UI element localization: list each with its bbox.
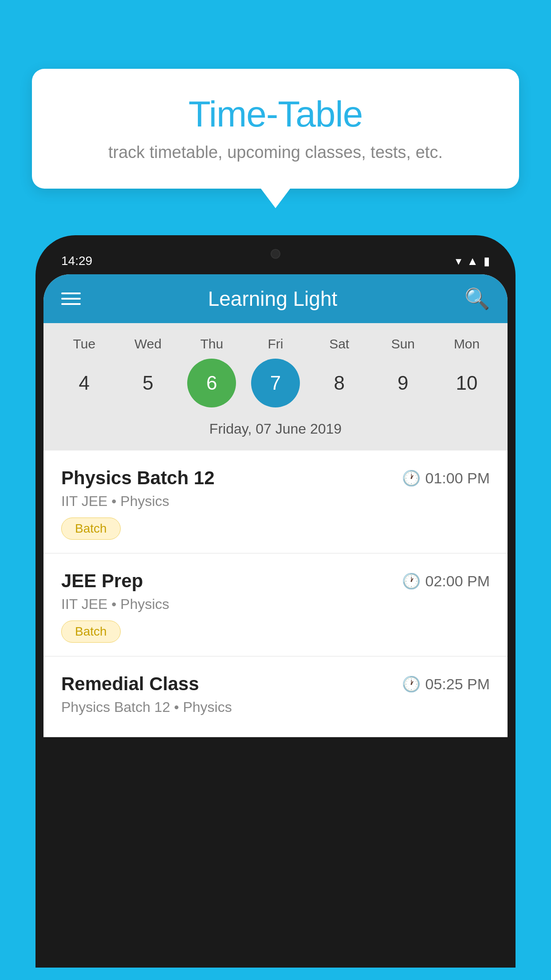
phone-wrapper: 14:29 ▾ ▲ ▮ Learning Light 🔍 [35, 235, 516, 980]
menu-button[interactable] [61, 292, 81, 305]
batch-tag: Batch [61, 620, 121, 643]
schedule-time: 🕐 02:00 PM [402, 572, 490, 590]
day-label: Sat [313, 336, 366, 352]
search-icon[interactable]: 🔍 [464, 287, 490, 311]
schedule-title: JEE Prep [61, 570, 143, 592]
app-title: Learning Light [208, 287, 338, 311]
date-item[interactable]: 4 [60, 359, 109, 407]
speech-bubble-container: Time-Table track timetable, upcoming cla… [32, 69, 519, 189]
schedule-title: Physics Batch 12 [61, 467, 215, 489]
clock-icon: 🕐 [402, 572, 421, 590]
bubble-subtitle: track timetable, upcoming classes, tests… [50, 143, 501, 162]
date-item[interactable]: 9 [378, 359, 427, 407]
date-item[interactable]: 5 [124, 359, 173, 407]
schedule-subtitle: IIT JEE • Physics [61, 596, 490, 612]
schedule-time: 🕐 01:00 PM [402, 469, 490, 487]
wifi-icon: ▾ [456, 254, 461, 268]
calendar-section: TueWedThuFriSatSunMon 45678910 Friday, 0… [43, 323, 508, 450]
schedule-subtitle: Physics Batch 12 • Physics [61, 699, 490, 715]
schedule-item-header: Physics Batch 12 🕐 01:00 PM [61, 467, 490, 489]
signal-icon: ▲ [467, 254, 478, 268]
batch-tag: Batch [61, 518, 121, 540]
camera-dot [271, 249, 280, 259]
status-time: 14:29 [61, 254, 92, 268]
day-label: Thu [185, 336, 238, 352]
days-header: TueWedThuFriSatSunMon [52, 336, 499, 352]
day-label: Sun [376, 336, 429, 352]
battery-icon: ▮ [484, 254, 490, 268]
date-item[interactable]: 8 [315, 359, 364, 407]
date-item[interactable]: 10 [442, 359, 491, 407]
schedule-item[interactable]: JEE Prep 🕐 02:00 PM IIT JEE • Physics Ba… [43, 553, 508, 656]
day-label: Tue [58, 336, 111, 352]
phone-notch [236, 243, 315, 265]
schedule-item-header: JEE Prep 🕐 02:00 PM [61, 570, 490, 592]
phone-outer: 14:29 ▾ ▲ ▮ Learning Light 🔍 [35, 235, 516, 968]
selected-date-label: Friday, 07 June 2019 [52, 416, 499, 446]
app-bar: Learning Light 🔍 [43, 274, 508, 323]
schedule-list: Physics Batch 12 🕐 01:00 PM IIT JEE • Ph… [43, 450, 508, 737]
day-label: Fri [249, 336, 302, 352]
schedule-title: Remedial Class [61, 673, 199, 695]
bubble-title: Time-Table [50, 93, 501, 135]
schedule-item[interactable]: Physics Batch 12 🕐 01:00 PM IIT JEE • Ph… [43, 450, 508, 553]
schedule-subtitle: IIT JEE • Physics [61, 493, 490, 510]
dates-row: 45678910 [52, 359, 499, 407]
schedule-item[interactable]: Remedial Class 🕐 05:25 PM Physics Batch … [43, 656, 508, 737]
schedule-time: 🕐 05:25 PM [402, 675, 490, 693]
status-icons: ▾ ▲ ▮ [456, 254, 490, 268]
date-item[interactable]: 6 [187, 359, 236, 407]
date-item[interactable]: 7 [251, 359, 300, 407]
speech-bubble: Time-Table track timetable, upcoming cla… [32, 69, 519, 189]
phone-screen: Learning Light 🔍 TueWedThuFriSatSunMon 4… [43, 274, 508, 737]
clock-icon: 🕐 [402, 469, 421, 487]
schedule-item-header: Remedial Class 🕐 05:25 PM [61, 673, 490, 695]
day-label: Mon [440, 336, 493, 352]
clock-icon: 🕐 [402, 675, 421, 693]
day-label: Wed [122, 336, 175, 352]
status-bar: 14:29 ▾ ▲ ▮ [43, 243, 508, 274]
